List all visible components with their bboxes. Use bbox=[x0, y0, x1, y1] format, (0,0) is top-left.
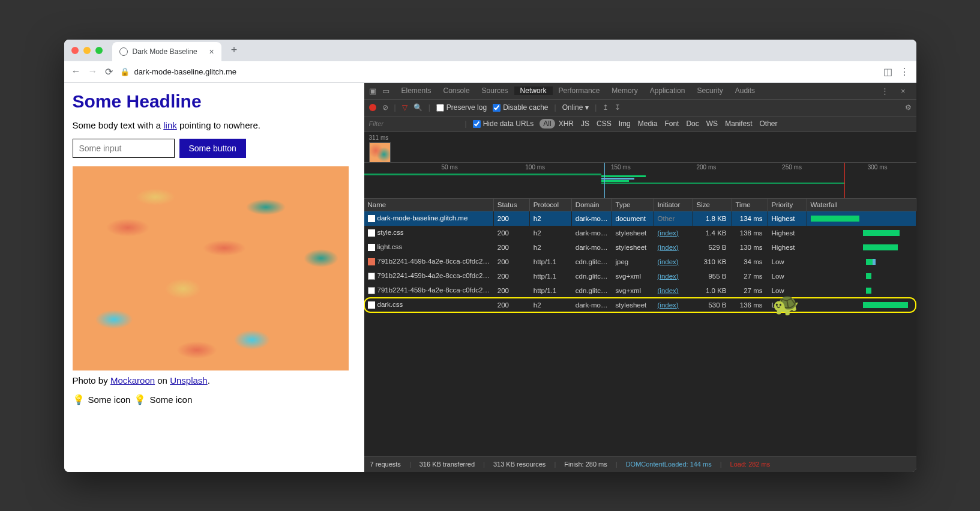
upload-icon[interactable]: ↥ bbox=[603, 103, 609, 112]
extensions-icon[interactable]: ◫ bbox=[883, 66, 892, 77]
hero-image bbox=[73, 166, 349, 370]
type-pill-css[interactable]: CSS bbox=[593, 119, 615, 129]
network-toolbar: ⊘ | ▽ 🔍 | Preserve log Disable cache | O… bbox=[364, 100, 916, 116]
device-icon[interactable]: ▭ bbox=[382, 86, 389, 95]
preserve-log-checkbox[interactable]: Preserve log bbox=[436, 103, 487, 112]
devtools-tab-console[interactable]: Console bbox=[437, 86, 476, 95]
network-row[interactable]: dark-mode-baseline.glitch.me200h2dark-mo… bbox=[364, 211, 916, 226]
overview-timeline[interactable]: 50 ms100 ms150 ms200 ms250 ms300 ms bbox=[364, 162, 916, 198]
devtools-close-icon[interactable]: × bbox=[901, 86, 906, 95]
type-pill-other[interactable]: Other bbox=[756, 119, 781, 129]
devtools-menu-icon[interactable]: ⋮ bbox=[881, 86, 889, 95]
close-window-icon[interactable] bbox=[71, 47, 79, 54]
download-icon[interactable]: ↧ bbox=[615, 103, 621, 112]
caption-link-1[interactable]: Mockaroon bbox=[110, 375, 155, 386]
browser-tab[interactable]: Dark Mode Baseline × bbox=[112, 42, 221, 61]
network-row[interactable]: dark.css200h2dark-mo…stylesheet(index)53… bbox=[364, 298, 916, 312]
page-body: Some body text with a link pointing to n… bbox=[73, 120, 356, 130]
icon-label-1: Some icon bbox=[88, 395, 131, 405]
table-header[interactable]: NameStatusProtocolDomainTypeInitiatorSiz… bbox=[364, 199, 916, 211]
clear-icon[interactable]: ⊘ bbox=[382, 103, 388, 112]
type-pill-manifest[interactable]: Manifest bbox=[721, 119, 756, 129]
file-icon bbox=[368, 215, 375, 222]
image-caption: Photo by Mockaroon on Unsplash. bbox=[73, 375, 356, 386]
devtools-tab-performance[interactable]: Performance bbox=[553, 86, 606, 95]
file-icon bbox=[368, 258, 375, 265]
minimize-window-icon[interactable] bbox=[83, 47, 91, 54]
status-finish: Finish: 280 ms bbox=[564, 461, 607, 468]
col-initiator[interactable]: Initiator bbox=[654, 199, 693, 211]
status-dcl: DOMContentLoaded: 144 ms bbox=[626, 461, 712, 468]
url-text: dark-mode-baseline.glitch.me bbox=[134, 67, 237, 76]
url-field[interactable]: 🔒 dark-mode-baseline.glitch.me bbox=[120, 67, 876, 76]
new-tab-button[interactable]: + bbox=[231, 44, 238, 56]
type-pill-font[interactable]: Font bbox=[661, 119, 682, 129]
throttle-select[interactable]: Online ▾ bbox=[562, 103, 589, 112]
type-pill-img[interactable]: Img bbox=[615, 119, 634, 129]
filter-toggle-icon[interactable]: ▽ bbox=[402, 103, 407, 112]
network-row[interactable]: 791b2241-459b-4a2e-8cca-c0fdc2…200http/1… bbox=[364, 255, 916, 269]
network-row[interactable]: 791b2241-459b-4a2e-8cca-c0fdc2…200http/1… bbox=[364, 269, 916, 283]
some-button[interactable]: Some button bbox=[179, 139, 246, 158]
turtle-emoji: 🐢 bbox=[772, 292, 799, 317]
status-bar: 7 requests| 316 KB transferred| 313 KB r… bbox=[364, 456, 916, 472]
timeline-tick: 150 ms bbox=[611, 164, 631, 171]
devtools-tab-sources[interactable]: Sources bbox=[476, 86, 514, 95]
menu-icon[interactable]: ⋮ bbox=[900, 66, 909, 77]
search-icon[interactable]: 🔍 bbox=[413, 103, 422, 112]
filmstrip-thumb[interactable] bbox=[369, 142, 391, 163]
devtools-tab-audits[interactable]: Audits bbox=[729, 86, 761, 95]
col-type[interactable]: Type bbox=[612, 199, 654, 211]
close-tab-icon[interactable]: × bbox=[209, 47, 214, 56]
col-priority[interactable]: Priority bbox=[768, 199, 807, 211]
file-icon bbox=[368, 287, 375, 294]
address-bar: ← → ⟳ 🔒 dark-mode-baseline.glitch.me ◫ ⋮ bbox=[64, 61, 916, 83]
col-size[interactable]: Size bbox=[693, 199, 732, 211]
type-pill-xhr[interactable]: XHR bbox=[555, 119, 577, 129]
col-time[interactable]: Time bbox=[732, 199, 768, 211]
disable-cache-checkbox[interactable]: Disable cache bbox=[493, 103, 548, 112]
devtools-tab-application[interactable]: Application bbox=[644, 86, 691, 95]
timeline-tick: 300 ms bbox=[868, 164, 888, 171]
file-icon bbox=[368, 244, 375, 251]
form-row: Some button bbox=[73, 139, 356, 158]
forward-button[interactable]: → bbox=[88, 66, 98, 77]
devtools-tab-elements[interactable]: Elements bbox=[395, 86, 437, 95]
page-content: Some Headline Some body text with a link… bbox=[64, 83, 364, 472]
filter-bar: | Hide data URLs AllXHRJSCSSImgMediaFont… bbox=[364, 116, 916, 132]
devtools-tab-security[interactable]: Security bbox=[691, 86, 729, 95]
timeline-tick: 50 ms bbox=[441, 164, 457, 171]
network-table: NameStatusProtocolDomainTypeInitiatorSiz… bbox=[364, 199, 916, 456]
gear-icon[interactable]: ⚙ bbox=[905, 103, 912, 112]
back-button[interactable]: ← bbox=[71, 66, 81, 77]
devtools-tab-memory[interactable]: Memory bbox=[606, 86, 643, 95]
col-protocol[interactable]: Protocol bbox=[529, 199, 571, 211]
col-name[interactable]: Name bbox=[364, 199, 494, 211]
col-domain[interactable]: Domain bbox=[571, 199, 612, 211]
caption-link-2[interactable]: Unsplash bbox=[170, 375, 208, 386]
col-waterfall[interactable]: Waterfall bbox=[807, 199, 916, 211]
type-pill-ws[interactable]: WS bbox=[703, 119, 721, 129]
network-row[interactable]: 791b2241-459b-4a2e-8cca-c0fdc2…200http/1… bbox=[364, 283, 916, 298]
col-status[interactable]: Status bbox=[493, 199, 529, 211]
type-pill-all[interactable]: All bbox=[540, 119, 555, 129]
overview-pane: 311 ms 50 ms100 ms150 ms200 ms250 ms300 … bbox=[364, 132, 916, 199]
type-pill-js[interactable]: JS bbox=[577, 119, 593, 129]
overview-time-label: 311 ms bbox=[369, 135, 912, 141]
type-pill-doc[interactable]: Doc bbox=[682, 119, 702, 129]
page-headline: Some Headline bbox=[73, 91, 356, 112]
body-link[interactable]: link bbox=[163, 120, 177, 130]
record-icon[interactable] bbox=[369, 104, 376, 111]
text-input[interactable] bbox=[73, 139, 175, 158]
devtools-tabs: ▣ ▭ ElementsConsoleSourcesNetworkPerform… bbox=[364, 83, 916, 100]
network-row[interactable]: style.css200h2dark-mo…stylesheet(index)1… bbox=[364, 226, 916, 240]
reload-button[interactable]: ⟳ bbox=[105, 66, 113, 77]
type-pill-media[interactable]: Media bbox=[634, 119, 661, 129]
hide-data-urls-checkbox[interactable]: Hide data URLs bbox=[473, 119, 534, 128]
devtools-tab-network[interactable]: Network bbox=[514, 86, 553, 95]
maximize-window-icon[interactable] bbox=[95, 47, 103, 54]
filter-input[interactable] bbox=[369, 120, 459, 127]
network-row[interactable]: light.css200h2dark-mo…stylesheet(index)5… bbox=[364, 240, 916, 255]
inspect-icon[interactable]: ▣ bbox=[369, 86, 376, 95]
timeline-tick: 100 ms bbox=[525, 164, 545, 171]
